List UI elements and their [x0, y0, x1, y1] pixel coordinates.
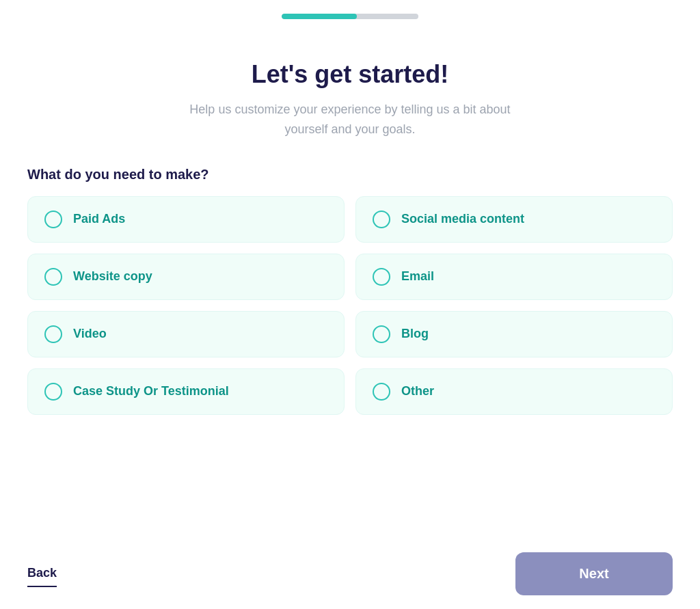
radio-paid-ads [44, 211, 62, 228]
option-email[interactable]: Email [355, 254, 673, 300]
back-button[interactable]: Back [27, 560, 57, 587]
option-social-media-label: Social media content [401, 212, 524, 226]
option-paid-ads-label: Paid Ads [73, 212, 125, 226]
header-section: Let's get started! Help us customize you… [179, 60, 521, 139]
radio-blog [373, 325, 390, 343]
radio-video [44, 325, 62, 343]
option-social-media[interactable]: Social media content [355, 196, 673, 243]
radio-email [373, 268, 390, 286]
option-video[interactable]: Video [27, 311, 345, 357]
radio-case-study [44, 383, 62, 401]
option-website-copy[interactable]: Website copy [27, 254, 345, 300]
option-blog[interactable]: Blog [355, 311, 673, 357]
radio-website-copy [44, 268, 62, 286]
option-other[interactable]: Other [355, 368, 673, 415]
footer: Back Next [0, 539, 700, 609]
option-blog-label: Blog [401, 327, 429, 341]
option-email-label: Email [401, 269, 434, 284]
question-label: What do you need to make? [27, 167, 673, 182]
option-website-copy-label: Website copy [73, 269, 152, 284]
option-case-study-label: Case Study Or Testimonial [73, 384, 229, 398]
radio-other [373, 383, 390, 401]
next-button[interactable]: Next [515, 552, 673, 595]
option-paid-ads[interactable]: Paid Ads [27, 196, 345, 243]
radio-social-media [373, 211, 390, 228]
options-grid: Paid Ads Social media content Website co… [27, 196, 673, 415]
option-case-study[interactable]: Case Study Or Testimonial [27, 368, 345, 415]
page-title: Let's get started! [179, 60, 521, 89]
progress-bar-container [282, 14, 418, 19]
option-other-label: Other [401, 384, 434, 398]
page-subtitle: Help us customize your experience by tel… [179, 100, 521, 139]
question-section: What do you need to make? Paid Ads Socia… [27, 167, 673, 415]
progress-bar-fill [282, 14, 357, 19]
option-video-label: Video [73, 327, 107, 341]
